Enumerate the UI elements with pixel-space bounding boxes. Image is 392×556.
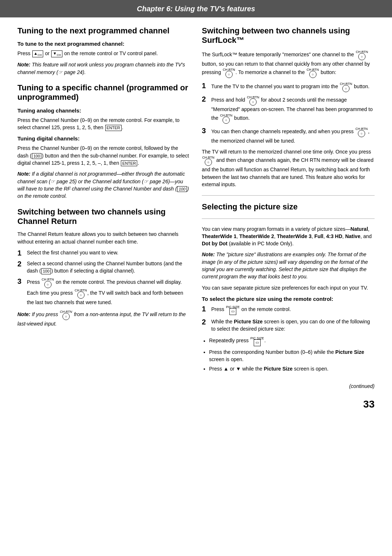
pic-step-1: 1 Press PIC SIZE▭ on the remote control. xyxy=(202,305,375,315)
remote-control-title: To select the picture size using the rem… xyxy=(202,295,375,303)
digital-label: Tuning digital channels: xyxy=(17,135,190,142)
ch-rtn-s3: CH RTN○ xyxy=(355,127,368,137)
page-wrapper: Chapter 6: Using the TV's features Tunin… xyxy=(0,0,392,556)
section3-note: Note: If you press CH RTN○ from a non-an… xyxy=(17,310,190,327)
ch-rtn-s2b: CH RTN○ xyxy=(220,113,232,124)
ch-rtn-intro2: CH RTN○ xyxy=(223,68,235,78)
ch-rtn-intro3: CH RTN○ xyxy=(307,68,319,78)
ch-rtn-key-step3b: CH RTN○ xyxy=(75,288,87,299)
channel-return-steps: 1 Select the first channel you want to v… xyxy=(17,249,190,306)
ch-rtn-key-step3: CH RTN○ xyxy=(42,277,54,288)
pic-step-2: 2 While the Picture Size screen is open,… xyxy=(202,318,375,333)
surflock-step-2: 2 Press and hold CH RTN○ for about 2 sec… xyxy=(202,95,375,123)
enter-key-analog: ENTER xyxy=(105,125,122,131)
ch-rtn-intro: CH RTN○ xyxy=(356,50,368,60)
surflock-body2: The TV will return to the memorized chan… xyxy=(202,148,375,188)
analog-label: Tuning analog channels: xyxy=(17,107,190,114)
section-picture-size: Selecting the picture size You can view … xyxy=(202,202,375,372)
channel-return-intro: The Channel Return feature allows you to… xyxy=(17,230,190,245)
return-step-1: 1 Select the first channel you want to v… xyxy=(17,249,190,257)
pic-size-key1: PIC SIZE▭ xyxy=(226,305,240,315)
surflock-intro: The SurfLock™ feature temporarily "memor… xyxy=(202,50,375,78)
ch-rtn-s2: CH RTN○ xyxy=(247,95,259,106)
enter-key-digital: ENTER xyxy=(121,160,137,166)
picture-size-intro: You can view many program formats in a v… xyxy=(202,225,375,248)
picture-size-pref: You can save separate picture size prefe… xyxy=(202,284,375,291)
picture-size-steps: 1 Press PIC SIZE▭ on the remote control.… xyxy=(202,305,375,332)
section-specific-title: Tuning to a specific channel (programmed… xyxy=(17,83,190,102)
bullet-2: Press the corresponding Number button (0… xyxy=(209,348,375,363)
right-column: Switching between two channels using Sur… xyxy=(202,26,375,380)
analog-body: Press the Channel Number (0–9) on the re… xyxy=(17,116,190,131)
pic-size-key2: PIC SIZE▭ xyxy=(250,336,264,346)
ch-rtn-b2: CH RTN○ xyxy=(202,155,215,166)
divider-1 xyxy=(202,195,375,196)
chapter-title: Chapter 6: Using the TV's features xyxy=(0,4,392,14)
picture-size-bullets: Repeatedly press PIC SIZE▭. Press the co… xyxy=(209,336,375,372)
page-number: 33 xyxy=(0,390,392,415)
content-area: Tuning to the next programmed channel To… xyxy=(0,26,392,380)
section-specific-channel: Tuning to a specific channel (programmed… xyxy=(17,83,190,200)
surflock-step-3: 3 You can then change channels repeatedl… xyxy=(202,127,375,144)
ch-up-key: ▲CH xyxy=(32,50,43,58)
tune-body: Press ▲CH or ▼CH on the remote control o… xyxy=(17,50,190,57)
return-step-3: 3 Press CH RTN○ on the remote control. T… xyxy=(17,277,190,306)
section-next-channel-title: Tuning to the next programmed channel xyxy=(17,26,190,36)
dash-key: 100 xyxy=(32,153,41,159)
surflock-step-1: 1 Tune the TV to the channel you want to… xyxy=(202,82,375,92)
surflock-steps: 1 Tune the TV to the channel you want to… xyxy=(202,82,375,144)
bullet-1: Repeatedly press PIC SIZE▭. xyxy=(209,336,375,346)
dash-key3: 100 xyxy=(41,268,51,274)
dash-key2: 100 xyxy=(177,186,187,192)
section-picture-size-title: Selecting the picture size xyxy=(202,202,375,212)
ch-down-key: ▼CH xyxy=(51,50,62,58)
divider-2 xyxy=(202,218,375,219)
ch-rtn-note: CH RTN○ xyxy=(60,310,72,320)
subsection-tune-label: To tune to the next programmed channel: xyxy=(17,40,190,48)
bullet-3: Press ▲ or ▼ while the Picture Size scre… xyxy=(209,365,375,372)
section1-note: Note: This feature will not work unless … xyxy=(17,61,190,76)
digital-body: Press the Channel Number (0–9) on the re… xyxy=(17,144,190,167)
left-column: Tuning to the next programmed channel To… xyxy=(17,26,190,380)
section2-note: Note: If a digital channel is not progra… xyxy=(17,170,190,200)
return-step-2: 2 Select a second channel using the Chan… xyxy=(17,260,190,275)
section-return-title: Switching between two channels using Cha… xyxy=(17,207,190,226)
section-channel-return: Switching between two channels using Cha… xyxy=(17,207,190,328)
page-header: Chapter 6: Using the TV's features xyxy=(0,0,392,17)
section-next-channel: Tuning to the next programmed channel To… xyxy=(17,26,190,76)
ch-rtn-s1: CH RTN○ xyxy=(340,82,352,92)
picture-size-note: Note: The "picture size" illustrations a… xyxy=(202,251,375,280)
continued-label: (continued) xyxy=(0,383,392,390)
section-surflock: Switching between two channels using Sur… xyxy=(202,26,375,188)
section-surflock-title: Switching between two channels using Sur… xyxy=(202,26,375,45)
